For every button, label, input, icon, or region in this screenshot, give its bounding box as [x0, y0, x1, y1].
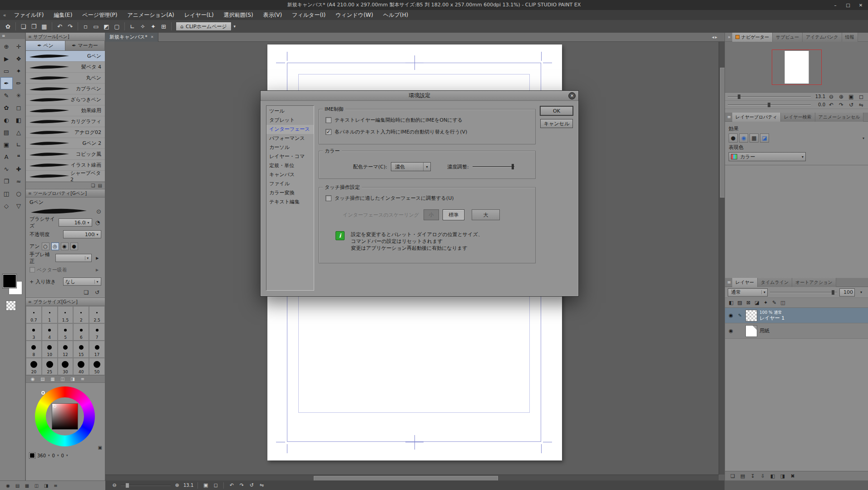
- category-item[interactable]: インターフェース: [266, 125, 314, 134]
- category-item[interactable]: カラー変換: [266, 188, 314, 198]
- new-raster-layer-icon[interactable]: ❏: [729, 472, 737, 480]
- color-wheel-tab-icon[interactable]: ◉: [30, 376, 36, 382]
- subtool-item[interactable]: Gペン 2: [26, 138, 105, 149]
- aa-middle-button[interactable]: ◉: [61, 243, 69, 250]
- decoration-tool[interactable]: ✿: [0, 102, 13, 114]
- minimize-button[interactable]: –: [829, 1, 842, 9]
- aa-weak-button[interactable]: ◎: [51, 243, 59, 250]
- status-rotate-right-icon[interactable]: ↷: [238, 482, 245, 489]
- rotate-left-icon[interactable]: ↶: [827, 101, 835, 109]
- panel-menu-icon[interactable]: ≡: [2, 34, 5, 38]
- hue-spinner-icon[interactable]: ▾: [48, 454, 50, 457]
- tone-effect-icon[interactable]: ▦: [750, 134, 759, 143]
- clip-studio-logo-icon[interactable]: ✿: [3, 21, 13, 31]
- pen-tool[interactable]: ✒: [0, 77, 13, 89]
- navigator-tab[interactable]: 情報: [842, 33, 858, 42]
- redo-icon[interactable]: ↷: [65, 21, 75, 31]
- scaling-standard-button[interactable]: 標準: [443, 209, 464, 220]
- color-wheel[interactable]: ▣: [26, 383, 105, 452]
- vertical-scrollbar[interactable]: [719, 42, 725, 475]
- balloon-tool[interactable]: ❝: [13, 151, 25, 163]
- brush-size-cell[interactable]: 20: [26, 358, 42, 375]
- brush-size-cell[interactable]: 40: [73, 358, 89, 375]
- horizontal-scrollbar[interactable]: [105, 475, 719, 480]
- layer-color-icon[interactable]: ◫: [779, 299, 787, 307]
- value-spinner-icon[interactable]: ▾: [66, 454, 68, 457]
- effect-dropdown-icon[interactable]: ▾: [863, 136, 864, 140]
- document-tab-close-icon[interactable]: ✕: [151, 35, 154, 39]
- save-icon[interactable]: ▦: [39, 21, 49, 31]
- layer-opacity-value[interactable]: 100: [839, 288, 855, 297]
- color-history-tab-icon[interactable]: ≡: [52, 482, 59, 489]
- brush-size-cell[interactable]: 30: [58, 358, 74, 375]
- merge-with-lower-icon[interactable]: ⇩: [759, 472, 767, 480]
- subtool-group-icon[interactable]: ▤: [98, 183, 102, 188]
- text-tool[interactable]: A: [0, 151, 13, 163]
- open-file-icon[interactable]: ❐: [29, 21, 39, 31]
- color-slider-tab-icon[interactable]: ▤: [14, 482, 21, 489]
- document-tab[interactable]: 新規キャンバス* ✕: [105, 33, 158, 42]
- category-item[interactable]: ファイル: [266, 179, 314, 188]
- foreground-color-swatch[interactable]: [3, 274, 16, 288]
- page-tool[interactable]: ❐: [0, 175, 13, 188]
- layer-row[interactable]: ◉ 用紙: [725, 323, 868, 339]
- eyedropper-tool[interactable]: ✚: [13, 163, 25, 175]
- subtool-item[interactable]: アナログ02: [26, 127, 105, 138]
- register-initial-settings-icon[interactable]: ❏: [82, 288, 90, 297]
- clip-to-below-icon[interactable]: ◧: [727, 299, 735, 307]
- brush-size-cell[interactable]: 2.5: [89, 306, 105, 323]
- transfer-to-lower-icon[interactable]: ↧: [749, 472, 757, 480]
- current-color-chip[interactable]: [30, 453, 35, 458]
- brush-tool[interactable]: ✎: [0, 89, 13, 102]
- paper-layer-thumbnail[interactable]: [745, 325, 757, 337]
- subtool-item[interactable]: イラスト線画: [26, 160, 105, 171]
- new-file-icon[interactable]: ❏: [18, 21, 29, 31]
- brush-size-input[interactable]: 16.0 ▾: [59, 218, 93, 227]
- enable-mask-icon[interactable]: ◪: [753, 299, 761, 307]
- collapse-menu-icon[interactable]: «: [0, 12, 9, 18]
- clip-homepage-button[interactable]: ⌂ CLIPホームページ: [176, 22, 232, 31]
- lock-transparent-pixels-icon[interactable]: ▨: [736, 299, 744, 307]
- panel-menu-icon[interactable]: ≡: [726, 280, 732, 285]
- layer-palette-tab[interactable]: タイムライン: [758, 278, 792, 287]
- pencil-tool[interactable]: ✏: [13, 77, 25, 89]
- layer-opacity-slider[interactable]: [770, 290, 837, 295]
- brush-size-cell[interactable]: 7: [89, 323, 105, 341]
- brush-size-cell[interactable]: 25: [42, 358, 58, 375]
- color-set-tab-icon[interactable]: ▦: [24, 482, 30, 489]
- brush-size-dropdown-icon[interactable]: ▾: [85, 221, 91, 225]
- blend-mode-dropdown-icon[interactable]: ▾: [761, 290, 767, 294]
- dialog-title-bar[interactable]: 環境設定 ✕: [261, 91, 578, 101]
- category-item[interactable]: テキスト編集: [266, 198, 314, 207]
- zoom-out-icon[interactable]: ⊖: [827, 93, 835, 101]
- aa-strong-button[interactable]: ●: [70, 243, 78, 250]
- dialog-close-icon[interactable]: ✕: [568, 92, 576, 99]
- show-ruler-icon[interactable]: ∟: [127, 21, 138, 31]
- layer-move-tool[interactable]: ❖: [13, 53, 25, 65]
- color-set-tab-icon[interactable]: ▦: [49, 376, 56, 382]
- navigator-tab[interactable]: アイテムバンク: [803, 33, 842, 42]
- menu-item[interactable]: 表示(V): [258, 10, 287, 20]
- subtool-tab[interactable]: ✒ ペン: [26, 41, 65, 50]
- tool-property-header[interactable]: ≡ ツールプロパティ[Gペン]: [26, 189, 105, 198]
- opacity-spinner-icon[interactable]: ▾: [857, 288, 865, 297]
- reset-tool-icon[interactable]: ↺: [93, 288, 101, 297]
- circle-tool[interactable]: ○: [13, 188, 25, 200]
- subtool-tab[interactable]: ✒ マーカー: [65, 41, 105, 50]
- snap-ruler-icon[interactable]: ✧: [138, 21, 148, 31]
- menu-item[interactable]: ヘルプ(H): [378, 10, 413, 20]
- brush-size-cell[interactable]: 17: [89, 341, 105, 358]
- reset-rotation-icon[interactable]: ↺: [847, 101, 855, 109]
- create-layer-mask-icon[interactable]: ◧: [769, 472, 777, 480]
- subtool-item[interactable]: 髪ベタ 4: [26, 62, 105, 73]
- close-button[interactable]: ✕: [854, 1, 867, 9]
- category-item[interactable]: レイヤー・コマ: [266, 152, 314, 161]
- frame-border-tool[interactable]: ▣: [0, 139, 13, 151]
- subtool-item[interactable]: ざらつきペン: [26, 94, 105, 105]
- zoom-slider[interactable]: [728, 94, 811, 99]
- flow-tool[interactable]: ≈: [13, 175, 25, 188]
- color-history-tab-icon[interactable]: ≡: [79, 376, 86, 382]
- brush-size-dial-icon[interactable]: ◔: [94, 218, 101, 227]
- selection-border-icon[interactable]: ▢: [112, 21, 122, 31]
- airbrush-tool[interactable]: ✳: [13, 89, 25, 102]
